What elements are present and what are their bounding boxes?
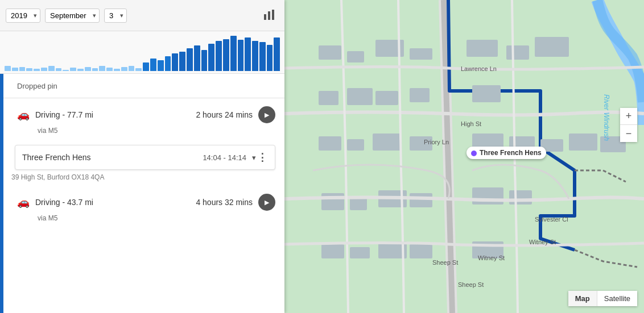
month-select[interactable]: September January February [45, 9, 100, 23]
chart-bar [252, 41, 258, 71]
left-panel: 2019 2018 2020 September January Februar… [0, 0, 284, 313]
svg-rect-7 [347, 51, 364, 62]
map-svg [284, 0, 644, 313]
chart-bar [19, 67, 26, 71]
chart-bar [48, 66, 55, 71]
day-select-wrapper[interactable]: 3 1 2 [104, 9, 127, 23]
chart-icon-button[interactable] [259, 5, 279, 26]
map-zoom-controls: + − [620, 108, 637, 142]
chart-bar [179, 52, 185, 71]
svg-rect-29 [321, 244, 344, 258]
svg-rect-16 [410, 88, 430, 102]
first-drive-play-button[interactable]: ▶ [258, 106, 275, 123]
location-time: 14:04 - 14:14 [203, 153, 246, 162]
chart-bar [187, 48, 193, 71]
first-drive-duration: 2 hours 24 mins [196, 110, 253, 119]
chart-bar [63, 70, 69, 71]
first-drive-via: via M5 [3, 126, 284, 140]
svg-rect-9 [410, 48, 432, 60]
bar-chart-icon [263, 9, 275, 21]
chart-bar [34, 69, 40, 71]
car-icon: 🚗 [17, 108, 30, 121]
chart-bar [194, 45, 200, 71]
svg-rect-32 [410, 244, 432, 258]
panel-content: Dropped pin 🚗 Driving - 77.7 mi 2 hours … [0, 74, 284, 313]
accent-bar [0, 74, 3, 313]
location-chevron-button[interactable]: ▾ [252, 153, 256, 162]
road-label-priory: Priory Ln [424, 139, 449, 145]
svg-rect-13 [319, 91, 338, 105]
svg-rect-28 [509, 190, 532, 205]
svg-rect-0 [264, 14, 266, 20]
dropped-pin-section: Dropped pin [3, 74, 284, 98]
location-address: 39 High St, Burford OX18 4QA [0, 172, 284, 186]
road-label-sheep-3: Sheep St [458, 281, 484, 288]
chart-bar [245, 37, 251, 71]
svg-rect-6 [319, 45, 341, 60]
second-drive-play-button[interactable]: ▶ [258, 194, 275, 211]
second-drive-via: via M5 [3, 213, 284, 228]
chart-bar [216, 41, 222, 71]
chart-bar [223, 39, 229, 71]
chart-bar [143, 62, 149, 72]
svg-rect-30 [350, 247, 370, 258]
first-drive-info: Driving - 77.7 mi [35, 110, 196, 119]
zoom-out-button[interactable]: − [620, 125, 637, 142]
svg-rect-12 [535, 37, 569, 57]
first-drive-row: 🚗 Driving - 77.7 mi 2 hours 24 mins ▶ [3, 98, 284, 126]
road-label-witney-2: Witney St [529, 239, 556, 245]
second-drive-info: Driving - 43.7 mi [35, 198, 196, 207]
svg-rect-15 [375, 91, 398, 105]
svg-rect-14 [347, 88, 373, 105]
svg-rect-11 [506, 45, 529, 60]
svg-rect-36 [569, 133, 597, 151]
map-pin[interactable]: Three French Hens [467, 147, 546, 159]
svg-rect-17 [472, 85, 501, 102]
dropped-pin-label: Dropped pin [17, 82, 57, 90]
road-label-sheep-2: Sheep St [432, 259, 458, 266]
svg-rect-1 [268, 11, 270, 20]
chart-bar [259, 42, 266, 71]
second-drive-duration: 4 hours 32 mins [196, 198, 253, 207]
chart-bar [106, 68, 113, 71]
satellite-button[interactable]: Satellite [597, 291, 637, 306]
svg-rect-18 [319, 136, 341, 151]
location-more-button[interactable]: ⋮ [257, 151, 268, 164]
top-bar: 2019 2018 2020 September January Februar… [0, 0, 284, 31]
chart-bar [77, 69, 84, 71]
chart-bar-last [274, 37, 280, 71]
chart-bar [165, 56, 171, 71]
location-name: Three French Hens [22, 153, 203, 162]
chart-bar [150, 59, 156, 71]
map-area: Lawrence Ln High St Priory Ln Witney St … [284, 0, 644, 313]
chart-bar [92, 68, 98, 71]
chart-bar [12, 68, 18, 71]
map-type-buttons: Map Satellite [568, 291, 637, 306]
river-label: River Windrush [602, 94, 610, 141]
svg-rect-19 [347, 139, 364, 151]
svg-rect-27 [472, 187, 503, 205]
day-select[interactable]: 3 1 2 [104, 9, 127, 23]
second-drive-row: 🚗 Driving - 43.7 mi 4 hours 32 mins ▶ [3, 186, 284, 213]
chart-bar [41, 68, 47, 71]
chart-bar [26, 68, 32, 71]
road-label-high: High St [461, 120, 481, 127]
chart-bar [70, 68, 76, 71]
chart-bar [238, 40, 244, 71]
chart-bar [56, 68, 62, 71]
chart-bar [85, 67, 91, 71]
chart-bar [114, 69, 120, 71]
svg-rect-10 [467, 40, 498, 57]
location-card[interactable]: Three French Hens 14:04 - 14:14 ▾ ⋮ [15, 145, 275, 170]
chart-bar [129, 66, 135, 71]
year-select-wrapper[interactable]: 2019 2018 2020 [6, 9, 40, 23]
zoom-in-button[interactable]: + [620, 108, 637, 125]
year-select[interactable]: 2019 2018 2020 [6, 9, 40, 23]
car-icon-2: 🚗 [17, 196, 30, 208]
map-button[interactable]: Map [568, 291, 597, 306]
chart-bar [135, 68, 142, 71]
road-label-lawrence: Lawrence Ln [461, 65, 497, 72]
month-select-wrapper[interactable]: September January February [45, 9, 100, 23]
svg-rect-23 [321, 193, 344, 210]
chart-bar [5, 66, 11, 71]
